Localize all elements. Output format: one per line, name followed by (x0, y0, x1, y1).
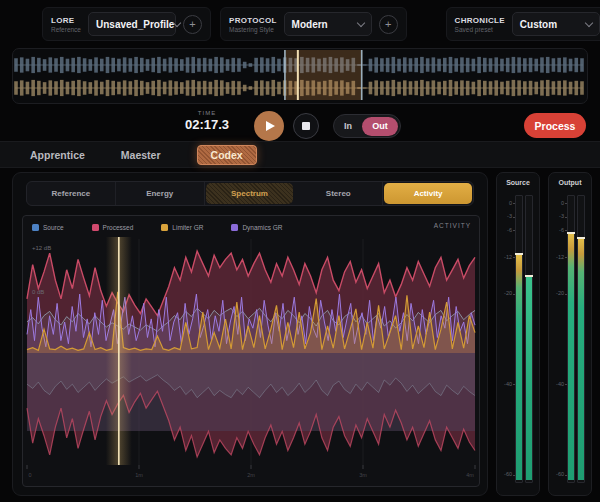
meter-scale-label: -6 (497, 227, 512, 233)
svg-text:0 dB: 0 dB (32, 289, 44, 295)
subtab-spectrum[interactable]: Spectrum (206, 183, 294, 204)
waveform-svg (13, 49, 585, 101)
chronicle-subtitle: Saved preset (455, 26, 505, 33)
protocol-title: PROTOCOL (229, 16, 277, 25)
source-meter-title: Source (497, 179, 539, 186)
preset-group-protocol: PROTOCOL Mastering Style Modern + (220, 7, 407, 41)
activity-chart-panel: Source Processed Limiter GR Dynamics GR … (22, 215, 480, 487)
time-value: 02:17.3 (172, 117, 242, 132)
protocol-label: PROTOCOL Mastering Style (229, 16, 277, 33)
protocol-subtitle: Mastering Style (229, 26, 277, 33)
saved-preset-dropdown[interactable]: Custom (512, 12, 600, 36)
view-subtabs: Reference Energy Spectrum Stereo Activit… (26, 181, 474, 206)
output-meter-body: 0-3-6-12-20-40-60 (549, 191, 591, 491)
lore-title: LORE (51, 16, 81, 25)
svg-text:0: 0 (28, 472, 31, 478)
main-tabs: Apprentice Maester Codex (0, 141, 600, 168)
legend-limiter-gr[interactable]: Limiter GR (161, 224, 203, 231)
meter-scale-label: -60 (497, 471, 512, 477)
stop-icon (302, 122, 310, 130)
chevron-down-icon (585, 18, 593, 26)
peak-hold-marker (577, 237, 585, 239)
meter-bar-track (577, 195, 585, 483)
meter-bar-track (515, 195, 523, 483)
legend-dynamics-gr[interactable]: Dynamics GR (231, 224, 282, 231)
play-button[interactable] (254, 111, 284, 141)
subtab-energy[interactable]: Energy (116, 182, 205, 205)
meter-bar-fill (526, 276, 532, 480)
chevron-down-icon (173, 18, 181, 26)
chart-legend: Source Processed Limiter GR Dynamics GR (32, 221, 471, 233)
meter-bar-fill (568, 233, 574, 480)
activity-corner-label: ACTIVITY (434, 222, 471, 229)
peak-hold-marker (567, 232, 575, 234)
subtab-stereo[interactable]: Stereo (294, 182, 383, 205)
tab-maester[interactable]: Maester (121, 149, 161, 161)
svg-text:2m: 2m (247, 472, 255, 478)
in-option[interactable]: In (334, 121, 362, 131)
meter-scale-label: 0 (549, 200, 564, 206)
chevron-down-icon (356, 18, 364, 26)
meter-bar-fill (578, 238, 584, 480)
mastering-style-value: Modern (292, 19, 328, 30)
reference-profile-value: Unsaved_Profile (96, 19, 174, 30)
mastering-app-window: LORE Reference Unsaved_Profile + PROTOCO… (0, 0, 600, 502)
codex-panel: Reference Energy Spectrum Stereo Activit… (12, 172, 488, 496)
dynamics-swatch-icon (231, 224, 238, 231)
legend-source[interactable]: Source (32, 224, 64, 231)
chronicle-title: CHRONICLE (455, 16, 505, 25)
activity-chart[interactable]: +12 dB0 dB01m2m3m4m (25, 235, 477, 483)
limiter-swatch-icon (161, 224, 168, 231)
processed-swatch-icon (92, 224, 99, 231)
out-option-active[interactable]: Out (362, 117, 398, 136)
time-label: TIME (172, 110, 242, 116)
subtab-reference[interactable]: Reference (27, 182, 116, 205)
reference-profile-dropdown[interactable]: Unsaved_Profile (88, 12, 176, 36)
chronicle-label: CHRONICLE Saved preset (455, 16, 505, 33)
time-display: TIME 02:17.3 (172, 110, 242, 132)
meter-scale-label: -20 (549, 290, 564, 296)
legend-processed[interactable]: Processed (92, 224, 134, 231)
peak-hold-marker (525, 275, 533, 277)
subtab-activity-active[interactable]: Activity (384, 183, 472, 204)
preset-bar: LORE Reference Unsaved_Profile + PROTOCO… (0, 5, 600, 43)
tab-codex-active[interactable]: Codex (197, 145, 257, 165)
meter-scale-label: -3 (549, 213, 564, 219)
svg-text:1m: 1m (135, 472, 143, 478)
add-reference-button[interactable]: + (183, 15, 202, 34)
play-icon (266, 121, 275, 131)
meter-scale-label: -20 (497, 290, 512, 296)
meter-scale-label: -3 (497, 213, 512, 219)
tab-apprentice[interactable]: Apprentice (30, 149, 85, 161)
source-meter-body: 0-3-6-12-20-40-60 (497, 191, 539, 491)
meter-bar-fill (516, 254, 522, 480)
meter-scale-label: -40 (549, 381, 564, 387)
add-style-button[interactable]: + (379, 15, 398, 34)
output-meter-title: Output (549, 179, 591, 186)
lore-subtitle: Reference (51, 26, 81, 33)
source-meter: Source 0-3-6-12-20-40-60 (496, 172, 540, 496)
preset-group-chronicle: CHRONICLE Saved preset Custom + (446, 7, 600, 41)
lore-label: LORE Reference (51, 16, 81, 33)
meter-scale-label: -12 (497, 254, 512, 260)
process-button[interactable]: Process (524, 113, 586, 138)
stop-button[interactable] (293, 113, 319, 139)
waveform-overview[interactable] (12, 48, 588, 104)
preset-group-lore: LORE Reference Unsaved_Profile + (42, 7, 211, 41)
svg-text:3m: 3m (359, 472, 367, 478)
meter-scale-label: -12 (549, 254, 564, 260)
in-out-toggle[interactable]: In Out (333, 114, 401, 138)
svg-text:+12 dB: +12 dB (32, 245, 51, 251)
meter-bar-track (525, 195, 533, 483)
meter-scale-label: -6 (549, 227, 564, 233)
meter-bar-track (567, 195, 575, 483)
saved-preset-value: Custom (520, 19, 557, 30)
mastering-style-dropdown[interactable]: Modern (284, 12, 372, 36)
meter-scale-label: 0 (497, 200, 512, 206)
svg-text:4m: 4m (466, 472, 474, 478)
meter-scale-label: -60 (549, 471, 564, 477)
source-swatch-icon (32, 224, 39, 231)
transport-bar: TIME 02:17.3 In Out Process (0, 104, 600, 140)
peak-hold-marker (515, 253, 523, 255)
output-meter: Output 0-3-6-12-20-40-60 (548, 172, 592, 496)
